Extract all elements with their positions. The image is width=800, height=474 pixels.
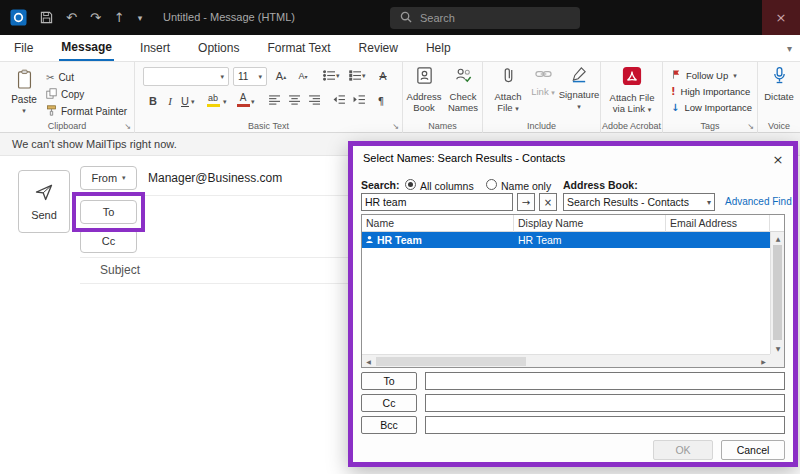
cancel-button[interactable]: Cancel <box>721 440 785 460</box>
quick-access-chevron-icon[interactable]: ▾ <box>138 13 143 23</box>
check-names-icon <box>454 66 473 89</box>
grow-font-button[interactable]: A▴ <box>273 67 289 85</box>
align-center-button[interactable] <box>287 92 303 110</box>
font-size-combobox[interactable]: 11 ▾ <box>233 67 267 86</box>
redo-icon[interactable]: ↷ <box>90 10 101 25</box>
ribbon-display-options-icon[interactable]: ▾ <box>787 35 792 62</box>
decrease-indent-button[interactable] <box>331 92 347 110</box>
tab-insert[interactable]: Insert <box>138 35 172 61</box>
dialog-cc-button[interactable]: Cc <box>361 394 417 412</box>
send-label: Send <box>31 209 57 221</box>
voice-group: Dictate Voice <box>758 62 800 133</box>
voice-group-label: Voice <box>758 121 800 131</box>
tags-group: Follow Up ▾ ! High Importance ↓ Low Impo… <box>663 62 758 133</box>
cc-button[interactable]: Cc <box>80 229 137 253</box>
acrobat-chevron-icon: ▾ <box>648 106 652 114</box>
cc-field-divider <box>80 257 348 258</box>
send-receive-up-icon[interactable]: ↑ <box>114 10 125 25</box>
advanced-find-link[interactable]: Advanced Find <box>725 196 792 207</box>
dialog-close-button[interactable]: × <box>767 149 789 169</box>
save-icon[interactable] <box>40 11 53 24</box>
signature-button[interactable]: Signature ▾ <box>559 66 599 111</box>
align-left-button[interactable] <box>267 92 283 110</box>
increase-indent-button[interactable] <box>351 92 367 110</box>
shrink-font-button[interactable]: A▾ <box>295 67 311 85</box>
dialog-bcc-field[interactable] <box>425 416 785 434</box>
ok-button[interactable]: OK <box>653 440 713 460</box>
from-button[interactable]: From ▾ <box>80 166 137 190</box>
search-go-button[interactable]: → <box>517 193 535 211</box>
cut-button[interactable]: ✂ Cut <box>46 69 74 85</box>
attach-file-button[interactable]: Attach File ▾ <box>489 66 527 113</box>
tags-launcher-icon[interactable]: ↘ <box>747 122 754 131</box>
decrease-indent-icon <box>333 95 346 107</box>
clipboard-launcher-icon[interactable]: ↘ <box>124 122 131 131</box>
copy-button[interactable]: Copy <box>46 86 84 102</box>
font-name-combobox[interactable]: ▾ <box>143 67 229 86</box>
dialog-title: Select Names: Search Results - Contacts <box>363 152 565 164</box>
bullets-button[interactable]: ▾ <box>323 67 340 85</box>
paragraph-marks-button[interactable]: ¶ <box>373 92 389 110</box>
column-header-name[interactable]: Name <box>362 215 514 232</box>
radio-name-only-label: Name only <box>501 180 551 192</box>
send-button[interactable]: Send <box>18 170 70 233</box>
contact-search-input[interactable] <box>361 193 513 211</box>
horizontal-scrollbar[interactable]: ◀ ▶ <box>362 354 770 367</box>
tab-file[interactable]: File <box>12 35 35 61</box>
radio-all-columns[interactable] <box>405 179 416 190</box>
link-button[interactable]: Link ▾ <box>529 66 557 97</box>
address-book-combobox[interactable]: Search Results - Contacts ▾ <box>563 193 715 211</box>
italic-button[interactable]: I <box>162 92 178 110</box>
high-importance-button[interactable]: ! High Importance <box>671 84 750 99</box>
contact-display-name: HR Team <box>518 232 666 248</box>
clear-formatting-button[interactable]: A <box>375 67 391 85</box>
tab-options[interactable]: Options <box>196 35 241 61</box>
include-group: Attach File ▾ Link ▾ Signature ▾ Include <box>483 62 601 133</box>
search-clear-button[interactable]: × <box>539 193 557 211</box>
low-importance-button[interactable]: ↓ Low Importance <box>671 100 752 115</box>
dialog-cc-field[interactable] <box>425 394 785 412</box>
align-right-button[interactable] <box>307 92 323 110</box>
check-names-button[interactable]: Check Names <box>444 66 482 113</box>
copy-icon <box>46 88 57 101</box>
scroll-down-icon[interactable]: ▼ <box>771 342 785 354</box>
dialog-to-field[interactable] <box>425 372 785 390</box>
font-size-value: 11 <box>238 71 248 82</box>
underline-chevron-icon: ▾ <box>191 98 195 106</box>
tab-format-text[interactable]: Format Text <box>265 35 332 61</box>
dialog-bcc-button[interactable]: Bcc <box>361 416 417 434</box>
radio-name-only[interactable] <box>486 179 497 190</box>
follow-up-button[interactable]: Follow Up ▾ <box>671 68 737 83</box>
horizontal-scroll-thumb[interactable] <box>376 357 526 366</box>
close-window-button[interactable]: × <box>762 0 800 35</box>
scroll-up-icon[interactable]: ▲ <box>771 232 785 244</box>
tab-review[interactable]: Review <box>357 35 400 61</box>
highlight-color-swatch <box>207 104 220 107</box>
scroll-left-icon[interactable]: ◀ <box>362 355 375 368</box>
basic-text-launcher-icon[interactable]: ↘ <box>392 122 399 131</box>
attach-chevron-icon: ▾ <box>515 105 519 113</box>
address-book-button[interactable]: Address Book <box>405 66 443 113</box>
search-box[interactable]: Search <box>390 7 580 29</box>
bold-button[interactable]: B <box>145 92 161 110</box>
font-color-button[interactable]: A <box>235 91 251 109</box>
vertical-scroll-thumb[interactable] <box>773 245 782 340</box>
undo-icon[interactable]: ↶ <box>66 10 77 25</box>
column-header-display-name[interactable]: Display Name <box>514 215 666 232</box>
column-header-email-address[interactable]: Email Address <box>666 215 770 232</box>
dialog-to-button[interactable]: To <box>361 372 417 390</box>
scroll-right-icon[interactable]: ▶ <box>757 355 770 368</box>
dictate-button[interactable]: Dictate <box>761 66 797 102</box>
vertical-scrollbar[interactable]: ▲ ▼ <box>770 232 784 354</box>
tab-help[interactable]: Help <box>424 35 453 61</box>
to-button[interactable]: To <box>80 200 137 224</box>
format-painter-button[interactable]: Format Painter <box>46 103 127 119</box>
close-icon: × <box>773 152 784 167</box>
contact-row-selected[interactable]: HR Team HR Team <box>362 232 770 248</box>
highlight-chevron-icon: ▾ <box>223 98 227 106</box>
attach-file-via-link-button[interactable]: Attach File via Link ▾ <box>605 66 659 114</box>
tab-message[interactable]: Message <box>59 35 114 61</box>
highlight-button[interactable]: ab <box>205 91 221 109</box>
numbering-button[interactable]: ▾ <box>349 67 366 85</box>
paste-button[interactable]: Paste ▾ <box>7 66 41 122</box>
